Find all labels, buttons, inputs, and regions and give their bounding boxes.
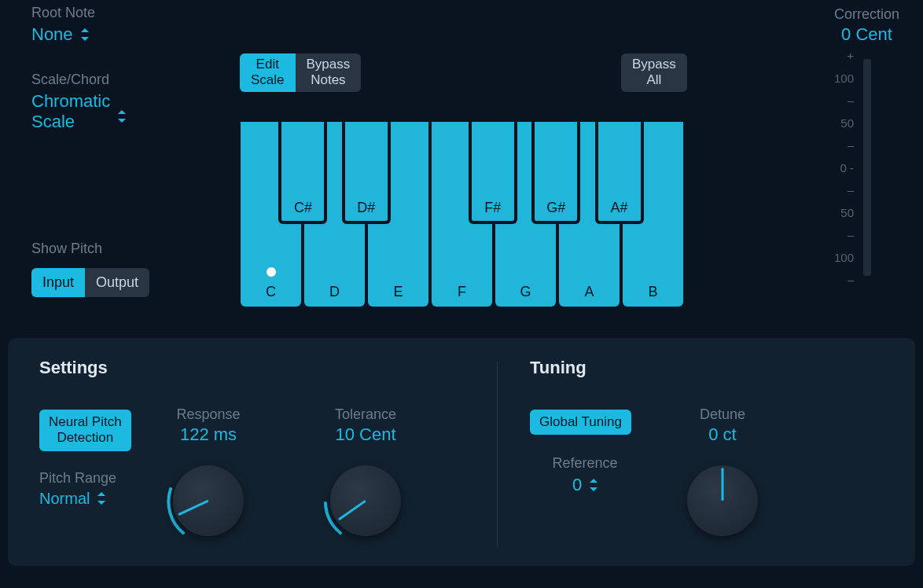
black-key-label: C#	[281, 200, 324, 216]
pitch-range-label: Pitch Range	[39, 470, 491, 487]
white-key-label: A	[559, 284, 620, 300]
black-key-label: F#	[472, 200, 514, 216]
response-knob[interactable]	[165, 458, 252, 544]
white-key-label: C	[241, 284, 301, 300]
input-pitch-indicator	[267, 267, 276, 277]
correction-meter[interactable]	[863, 59, 871, 276]
show-pitch-output-button[interactable]: Output	[85, 268, 149, 297]
black-key-Cs[interactable]: C#	[278, 122, 327, 224]
correction-scale-tick: 0 -	[840, 162, 854, 174]
root-note-label: Root Note	[31, 5, 189, 21]
show-pitch-segment: Input Output	[31, 268, 149, 297]
scale-chord-label: Scale/Chord	[31, 72, 189, 88]
correction-scale-tick: 100	[834, 252, 854, 263]
white-key-label: G	[495, 284, 556, 300]
updown-icon	[590, 478, 598, 492]
correction-scale-tick: 50	[840, 117, 854, 129]
black-key-label: G#	[535, 200, 577, 216]
show-pitch-label: Show Pitch	[31, 241, 149, 257]
reference-selector[interactable]: Reference 0	[530, 455, 640, 495]
updown-icon	[81, 28, 89, 42]
pitch-range-selector[interactable]: Pitch Range Normal	[39, 470, 491, 508]
tolerance-value: 10 Cent	[322, 424, 409, 445]
correction-scale-tick: –	[848, 94, 854, 106]
reference-label: Reference	[530, 455, 640, 472]
black-key-As[interactable]: A#	[595, 122, 644, 224]
white-key-label: F	[432, 284, 492, 300]
white-key-label: E	[368, 284, 428, 300]
correction-label: Correction	[834, 6, 899, 23]
tuning-title: Tuning	[530, 358, 915, 378]
white-key-label: D	[304, 284, 365, 300]
root-note-value: None	[31, 24, 73, 45]
black-key-Fs[interactable]: F#	[469, 122, 517, 224]
correction-scale-tick: 50	[840, 207, 854, 219]
detune-label: Detune	[679, 406, 766, 423]
global-tuning-button[interactable]: Global Tuning	[530, 410, 631, 435]
white-key-label: B	[623, 284, 683, 300]
detune-knob[interactable]	[679, 458, 766, 544]
keyboard: CDEFGAB C#D#F#G#A#	[241, 122, 683, 307]
updown-icon	[118, 109, 126, 123]
settings-title: Settings	[39, 358, 491, 378]
correction-scale-tick: –	[848, 229, 854, 241]
correction-scale-tick: –	[848, 184, 854, 196]
neural-pitch-detection-button[interactable]: Neural PitchDetection	[39, 410, 131, 451]
correction-scale-tick: –	[848, 274, 854, 285]
tolerance-label: Tolerance	[322, 406, 409, 423]
response-knob-group: Response 122 ms	[165, 406, 252, 544]
bypass-all-button[interactable]: BypassAll	[621, 53, 687, 92]
response-value: 122 ms	[165, 424, 252, 445]
black-key-label: D#	[345, 200, 388, 216]
correction-scale-tick: –	[848, 139, 854, 151]
updown-icon	[97, 491, 105, 505]
scale-chord-value: ChromaticScale	[31, 91, 110, 133]
correction-scale-tick: +	[847, 50, 854, 61]
correction-scale: +100–50–0 -–50–100–	[834, 50, 854, 285]
detune-knob-group: Detune 0 ct	[679, 406, 766, 544]
tolerance-knob-group: Tolerance 10 Cent	[322, 406, 409, 544]
black-key-Gs[interactable]: G#	[531, 122, 580, 224]
root-note-selector[interactable]: Root Note None	[31, 5, 189, 45]
detune-value: 0 ct	[679, 424, 766, 445]
pitch-range-value: Normal	[39, 490, 90, 508]
tolerance-knob[interactable]	[322, 458, 409, 544]
correction-value: 0 Cent	[834, 24, 899, 45]
scale-mode-segment: EditScale BypassNotes	[240, 53, 361, 92]
correction-scale-tick: 100	[834, 72, 854, 84]
show-pitch-input-button[interactable]: Input	[31, 268, 85, 297]
black-key-label: A#	[598, 200, 641, 216]
scale-chord-selector[interactable]: Scale/Chord ChromaticScale	[31, 72, 189, 133]
reference-value: 0	[572, 475, 582, 495]
bypass-notes-button[interactable]: BypassNotes	[296, 53, 362, 92]
edit-scale-button[interactable]: EditScale	[240, 53, 296, 92]
black-key-Ds[interactable]: D#	[342, 122, 391, 224]
response-label: Response	[165, 406, 252, 423]
